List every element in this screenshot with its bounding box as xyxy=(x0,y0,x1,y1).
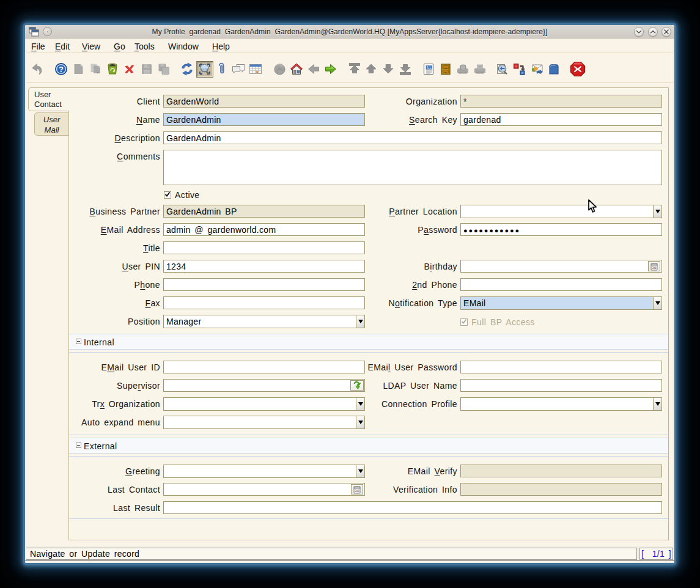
svg-text:30: 30 xyxy=(652,266,657,270)
svg-text:?: ? xyxy=(59,65,64,74)
